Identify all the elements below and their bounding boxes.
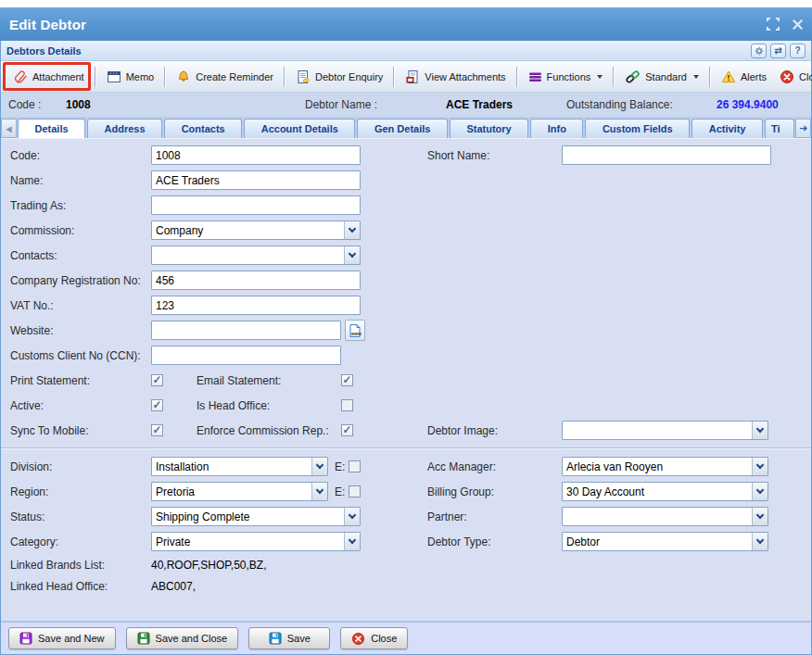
active-checkbox[interactable]: ✓ [151,399,163,411]
tab-gen-details[interactable]: Gen Details [357,119,448,138]
enforce-commission-checkbox[interactable]: ✓ [341,424,353,436]
footer-close-button[interactable]: Close [340,627,408,649]
is-head-office-checkbox[interactable]: ✓ [341,399,353,411]
active-label: Active: [1,399,151,412]
dropdown-arrow-icon[interactable] [311,458,327,475]
standard-button[interactable]: Standard [618,67,705,87]
short-name-input[interactable] [562,145,771,165]
trading-as-input[interactable] [151,195,361,215]
close-icon[interactable] [790,17,805,31]
tab-strip: ◄ Details Address Contacts Account Detai… [1,117,811,138]
dropdown-arrow-icon[interactable] [752,422,768,439]
settings-gear-icon[interactable] [751,44,767,58]
debtor-image-label: Debtor Image: [409,424,562,437]
email-statement-checkbox[interactable]: ✓ [341,374,353,386]
category-label: Category: [1,535,151,548]
functions-button[interactable]: Functions [522,68,610,86]
name-input[interactable]: ACE Traders [151,170,361,190]
code-input[interactable]: 1008 [151,145,361,165]
tab-custom-fields[interactable]: Custom Fields [585,119,690,138]
bell-icon [176,69,191,84]
dropdown-arrow-icon[interactable] [344,221,360,239]
region-e-label: E: [335,485,345,498]
dropdown-arrow-icon[interactable] [752,483,768,500]
floppy-purple-icon [19,632,32,645]
tab-statutory[interactable]: Statutory [450,119,528,138]
commission-label: Commission: [1,224,151,237]
website-input[interactable] [151,321,341,340]
floppy-green-icon [137,632,150,645]
summary-name-value: ACE Traders [446,93,513,117]
dropdown-arrow-icon[interactable] [752,533,768,550]
attachment-button[interactable]: Attachment [6,67,91,87]
dropdown-arrow-icon[interactable] [344,508,360,525]
division-e-checkbox[interactable]: ✓ [349,460,361,472]
trading-as-label: Trading As: [1,199,151,212]
commission-select[interactable]: Company [151,220,361,240]
category-select[interactable]: Private [151,532,361,551]
alerts-button[interactable]: Alerts [715,67,773,87]
panel-title: Debtors Details [6,45,82,57]
dropdown-arrow-icon[interactable] [311,483,327,500]
help-icon[interactable]: ? [790,44,806,58]
tab-truncated[interactable]: Ti [765,119,794,138]
tab-account-details[interactable]: Account Details [244,119,355,138]
partner-select[interactable] [562,507,768,526]
company-registration-input[interactable]: 456 [151,271,361,290]
debtor-enquiry-button[interactable]: Debtor Enquiry [289,67,389,87]
toolbar-separator [709,67,711,87]
details-form: Code: 1008 Name: ACE Traders Trading As:… [1,138,811,621]
customs-client-label: Customs Client No (CCN): [1,349,151,362]
dropdown-arrow-icon[interactable] [344,246,360,264]
acc-manager-select[interactable]: Arlecia van Rooyen [562,457,768,476]
debtor-type-select[interactable]: Debtor [562,532,768,551]
print-statement-checkbox[interactable]: ✓ [151,374,163,386]
vat-no-input[interactable]: 123 [151,296,361,315]
region-e-checkbox[interactable]: ✓ [349,485,361,498]
section-divider [1,447,811,449]
create-reminder-button[interactable]: Create Reminder [170,67,280,87]
tab-address[interactable]: Address [87,119,162,138]
title-bar[interactable]: Edit Debtor [0,7,812,41]
close-circle-icon [351,632,365,646]
save-and-close-button[interactable]: Save and Close [126,627,239,649]
company-registration-label: Company Registration No: [1,274,151,287]
contacts-select[interactable] [151,246,361,265]
toolbar-close-button[interactable]: Close [773,67,812,87]
refresh-icon[interactable]: ⇄ [770,44,786,58]
billing-group-select[interactable]: 30 Day Account [562,482,768,501]
sync-to-mobile-label: Sync To Mobile: [1,424,151,437]
dropdown-arrow-icon[interactable] [344,533,360,550]
warning-triangle-icon [721,69,736,84]
tab-scroll-left-icon[interactable]: ◄ [1,119,17,138]
memo-button[interactable]: Memo [100,67,161,87]
toolbar-separator [164,67,166,87]
save-and-new-button[interactable]: Save and New [8,627,116,649]
dropdown-arrow-icon[interactable] [752,508,768,525]
region-label: Region: [1,485,151,498]
tab-scroll-right-icon[interactable]: ➜ [795,119,811,138]
website-label: Website: [1,324,151,337]
billing-group-label: Billing Group: [409,485,562,498]
division-select[interactable]: Installation [151,457,328,476]
tab-info[interactable]: Info [530,119,583,138]
maximize-icon[interactable] [766,17,780,31]
linked-brands-label: Linked Brands List: [1,559,151,572]
open-website-button[interactable]: www [345,320,365,341]
tab-details[interactable]: Details [18,119,85,138]
toolbar-separator [284,67,285,87]
status-select[interactable]: Shipping Complete [151,507,361,526]
save-button[interactable]: Save [248,627,330,649]
toolbar: Attachment Memo Create Reminder Debtor E… [1,61,811,93]
region-select[interactable]: Pretoria [151,482,328,501]
floppy-blue-icon [269,632,282,645]
close-circle-icon [780,69,794,84]
dropdown-arrow-icon[interactable] [752,458,768,475]
view-attachments-button[interactable]: View Attachments [399,67,512,87]
sync-to-mobile-checkbox[interactable]: ✓ [151,424,163,436]
vat-no-label: VAT No.: [1,299,151,312]
debtor-image-select[interactable] [562,421,768,440]
customs-client-input[interactable] [151,346,341,365]
tab-activity[interactable]: Activity [691,119,763,138]
tab-contacts[interactable]: Contacts [164,119,242,138]
